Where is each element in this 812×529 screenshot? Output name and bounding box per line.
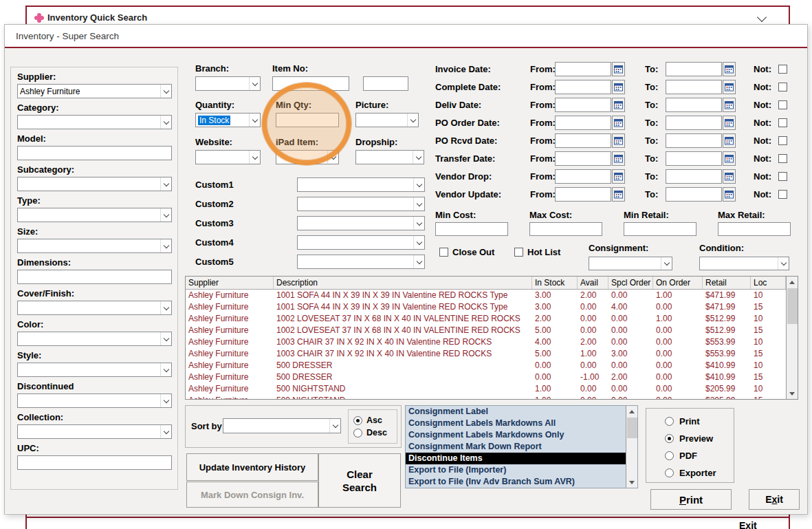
chevron-down-icon[interactable] bbox=[661, 257, 672, 270]
picture-combobox[interactable] bbox=[355, 113, 419, 127]
calendar-button[interactable] bbox=[612, 169, 625, 184]
sort-desc-option[interactable]: Desc bbox=[353, 427, 397, 439]
chevron-down-icon[interactable] bbox=[160, 208, 171, 222]
style-combobox[interactable] bbox=[17, 363, 172, 377]
chevron-down-icon[interactable] bbox=[160, 425, 171, 438]
not-checkbox[interactable] bbox=[778, 118, 787, 127]
calendar-button[interactable] bbox=[723, 98, 736, 112]
color-combobox[interactable] bbox=[17, 332, 172, 346]
close-out-checkbox[interactable] bbox=[439, 248, 448, 257]
calendar-button[interactable] bbox=[723, 169, 736, 184]
scroll-up-button[interactable] bbox=[787, 277, 798, 288]
condition-combobox[interactable] bbox=[699, 257, 789, 270]
scroll-down-button[interactable] bbox=[626, 477, 637, 488]
item-no-secondary-input[interactable] bbox=[363, 76, 408, 91]
calendar-button[interactable] bbox=[723, 62, 736, 76]
list-item[interactable]: Export to File (Inv Adv Branch Sum AVR) bbox=[406, 476, 626, 488]
chevron-down-icon[interactable] bbox=[407, 114, 418, 127]
quantity-combobox[interactable]: In Stock bbox=[195, 113, 261, 127]
date-to-input[interactable] bbox=[666, 187, 722, 202]
custom-combobox[interactable] bbox=[297, 216, 425, 230]
chevron-down-icon[interactable] bbox=[413, 217, 424, 230]
calendar-button[interactable] bbox=[723, 151, 736, 166]
supplier-combobox[interactable]: Ashley Furniture bbox=[17, 84, 172, 98]
table-row[interactable]: Ashley Furniture 1002 LOVESEAT 37 IN X 6… bbox=[186, 313, 786, 325]
not-checkbox[interactable] bbox=[778, 65, 787, 74]
list-item[interactable]: Consignment Label bbox=[406, 406, 626, 418]
calendar-button[interactable] bbox=[723, 116, 736, 130]
table-row[interactable]: Ashley Furniture 500 NIGHTSTAND 1.00 0.0… bbox=[186, 383, 786, 395]
output-radio[interactable] bbox=[665, 417, 674, 426]
chevron-down-icon[interactable] bbox=[249, 77, 260, 90]
desc-radio[interactable] bbox=[353, 429, 362, 438]
date-from-input[interactable] bbox=[555, 151, 611, 166]
not-checkbox[interactable] bbox=[778, 83, 787, 91]
scroll-up-button[interactable] bbox=[626, 406, 637, 417]
update-inventory-history-button[interactable]: Update Inventory History bbox=[186, 453, 318, 481]
consignment-combobox[interactable] bbox=[589, 257, 672, 270]
custom-combobox[interactable] bbox=[297, 197, 425, 211]
exit-button[interactable]: Exit bbox=[749, 489, 800, 510]
cost-input[interactable] bbox=[624, 222, 696, 236]
date-from-input[interactable] bbox=[555, 133, 611, 148]
not-checkbox[interactable] bbox=[778, 136, 787, 145]
collection-combobox[interactable] bbox=[17, 424, 172, 439]
chevron-down-icon[interactable] bbox=[778, 257, 789, 270]
asc-radio[interactable] bbox=[353, 416, 362, 425]
custom-combobox[interactable] bbox=[297, 177, 425, 192]
calendar-button[interactable] bbox=[723, 80, 736, 94]
output-option[interactable]: PDF bbox=[646, 447, 734, 464]
hot-list-checkbox[interactable] bbox=[514, 248, 523, 257]
chevron-down-icon[interactable] bbox=[160, 239, 171, 252]
date-to-input[interactable] bbox=[666, 98, 722, 112]
not-checkbox[interactable] bbox=[778, 172, 787, 181]
chevron-down-icon[interactable] bbox=[160, 301, 171, 314]
list-item[interactable]: Export to File (Importer) bbox=[406, 464, 626, 476]
size-combobox[interactable] bbox=[17, 239, 172, 253]
table-scrollbar[interactable] bbox=[786, 277, 798, 399]
calendar-button[interactable] bbox=[612, 98, 625, 112]
scrollbar-thumb[interactable] bbox=[787, 288, 798, 324]
chevron-down-icon[interactable] bbox=[160, 177, 171, 191]
date-from-input[interactable] bbox=[555, 80, 611, 94]
sort-asc-option[interactable]: Asc bbox=[353, 414, 397, 427]
chevron-down-icon[interactable] bbox=[160, 116, 171, 129]
date-from-input[interactable] bbox=[555, 116, 611, 130]
chevron-down-icon[interactable] bbox=[160, 394, 171, 407]
calendar-button[interactable] bbox=[612, 116, 625, 130]
table-row[interactable]: Ashley Furniture 1001 SOFA 44 IN X 39 IN… bbox=[186, 301, 786, 313]
calendar-button[interactable] bbox=[723, 187, 736, 202]
date-from-input[interactable] bbox=[555, 169, 611, 184]
output-radio[interactable] bbox=[665, 468, 674, 477]
branch-combobox[interactable] bbox=[195, 76, 261, 91]
print-button[interactable]: Print bbox=[650, 489, 732, 510]
website-combobox[interactable] bbox=[195, 150, 261, 164]
chevron-down-icon[interactable] bbox=[413, 197, 424, 210]
cover-finish-combobox[interactable] bbox=[17, 301, 172, 315]
dimensions-input[interactable] bbox=[17, 270, 172, 284]
calendar-button[interactable] bbox=[612, 80, 625, 94]
date-from-input[interactable] bbox=[555, 187, 611, 202]
discontinued-combobox[interactable] bbox=[17, 393, 172, 408]
upc-input[interactable] bbox=[17, 455, 172, 470]
date-to-input[interactable] bbox=[666, 169, 722, 184]
list-item[interactable]: Consignment Labels Markdowns All bbox=[406, 418, 626, 429]
chevron-down-icon[interactable] bbox=[329, 419, 340, 433]
list-scrollbar[interactable] bbox=[626, 406, 637, 488]
type-combobox[interactable] bbox=[17, 208, 172, 222]
cost-input[interactable] bbox=[529, 222, 602, 236]
calendar-button[interactable] bbox=[612, 133, 625, 148]
chevron-down-icon[interactable] bbox=[413, 255, 424, 268]
output-option[interactable]: Exporter bbox=[646, 464, 734, 482]
chevron-down-icon[interactable] bbox=[160, 85, 171, 98]
mark-down-consign-button[interactable]: Mark Down Consign Inv. bbox=[186, 482, 318, 508]
output-option[interactable]: Print bbox=[646, 413, 734, 430]
table-row[interactable]: Ashley Furniture 500 DRESSER 0.00 -1.00 … bbox=[186, 371, 786, 383]
scrollbar-thumb[interactable] bbox=[627, 418, 637, 438]
custom-combobox[interactable] bbox=[297, 255, 425, 269]
output-radio[interactable] bbox=[665, 451, 674, 460]
list-item[interactable]: Consignment Labels Markdowns Only bbox=[406, 429, 626, 441]
cost-input[interactable] bbox=[718, 222, 791, 236]
chevron-down-icon[interactable] bbox=[249, 151, 260, 164]
date-from-input[interactable] bbox=[555, 98, 611, 112]
